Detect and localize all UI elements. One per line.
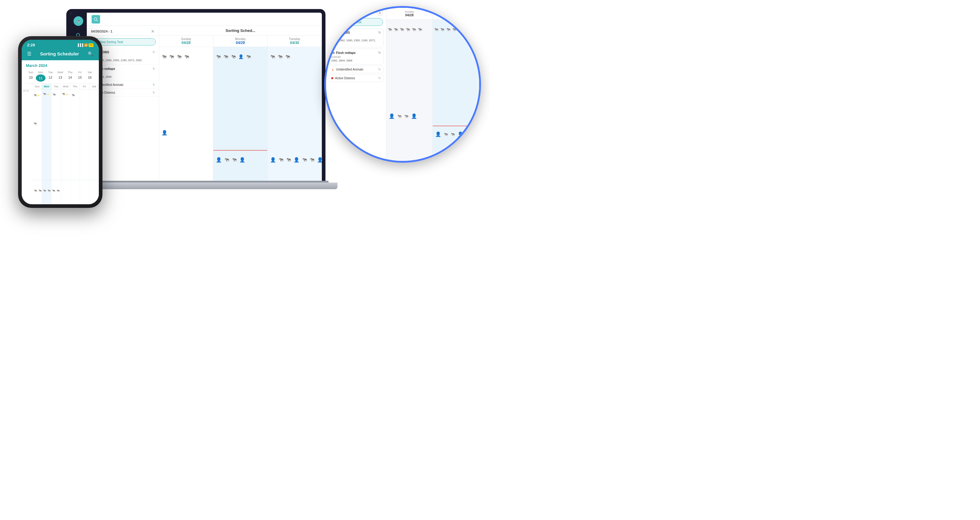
task-refresh-icon-3[interactable]: ↻ [153,91,155,95]
animals-row: 🐄 ▲ [33,93,41,97]
marker: ▲ [66,93,68,95]
phone-day-14[interactable]: 14 [65,75,75,82]
cow-icon-red: 🐄 [232,157,237,162]
marker: ▲ [37,94,40,97]
scheduler-day-sunday: Sunday 04/28 [159,35,213,47]
cow-icon-red: 🐄 [246,54,251,59]
laptop-screen: 🐄 [66,9,325,184]
cow-icon: 🐄 [285,54,290,59]
cow-icon-circle-red: 🐄 [412,27,416,32]
phone-sched-day-sun[interactable]: Sun [33,84,42,89]
phone-day-10[interactable]: 10 [26,75,36,82]
phone-sched-day-sat[interactable]: Sat [89,84,99,89]
cow-marker-red: 🐄 [43,189,46,192]
phone-day-13[interactable]: 13 [56,75,65,82]
cow-marker: 🐄 [47,189,51,192]
unidentified-icon: ▲ [331,68,334,71]
scheduler-header: Sorting Sched... [159,26,322,35]
phone-sched-day-fri[interactable]: Fri [80,84,89,89]
time-col-spacer [22,84,33,89]
sidebar-logo: 🐄 [73,16,83,26]
topbar-search-btn[interactable] [92,15,100,24]
task-name-unidentified: Unidentified Animals [96,83,150,86]
weekday-sun: Sun [26,70,36,75]
scheduler-col-tue: 🐄 🐄 🐄 👤 🐄 🐄 👤 🐄 [267,47,322,184]
cow-marker-red: 🐄 [33,122,37,125]
app-main: 04/30/2024 - 1 ✕ + New Sorting Task MAST… [87,13,322,184]
phone-sched-col-5: 🐄 [70,89,80,204]
phone-sched-day-tue[interactable]: Tue [51,84,61,89]
phone-sched-day-wed[interactable]: Wed [61,84,70,89]
phone-sched-col-3: 🐄 [51,89,61,204]
phone-sched-col-1: 🐄 ▲ 🐄 [33,89,42,204]
circle-close-btn[interactable]: ✕ [377,10,382,16]
circle-task-distress[interactable]: Active Distress ↻ [328,75,383,82]
person-icon: 👤 [389,113,395,119]
time-0000: 00:00 [23,89,31,92]
cow-icon-circle: 🐄 [446,27,450,32]
weekday-wed: Wed [56,70,65,75]
animals-row: 🐄 ▲ [42,92,51,96]
cow-marker: 🐄 [38,189,41,192]
cow-icon: 🐄 [224,157,229,162]
person-icon: 👤 [435,131,441,137]
circle-task-flesh[interactable]: 🐄 Flesh redtape ↻ Animals 2382, 2804, 28… [328,49,383,64]
circle-cal-sunday: Sunday 04/28 [387,8,433,19]
circle-refresh-0[interactable]: ↻ [378,31,381,35]
phone-day-11[interactable]: 11 [36,75,46,82]
teal-cow-icon: 🐄 [331,51,335,54]
circle-task-label-0: Animals [331,35,381,38]
circle-task-label-1: Animals [331,56,381,59]
cow-icon-red: 🐄 [278,54,283,59]
task-panel-close-btn[interactable]: ✕ [151,29,154,34]
cow-icon: 🐄 [169,54,174,59]
circle-task-mast-cows[interactable]: MAST COWS ↻ Animals 1163, 1962, 1060, 23… [328,28,383,47]
phone-sched-day-mon[interactable]: Mon [42,84,51,89]
circle-refresh-3[interactable]: ↻ [378,76,381,80]
distress-dot-circle [331,77,333,79]
weekday-mon: Mon [36,70,46,75]
cow-icon: 🐄 [184,54,189,59]
phone-time-labels: 00:00 12:00 [22,89,33,204]
svg-point-11 [94,17,97,20]
phone-day-12[interactable]: 12 [46,75,56,82]
cow-icon-circle: 🐄 [452,27,457,32]
phone-sched-day-thu[interactable]: Thu [70,84,80,89]
task-refresh-icon-2[interactable]: ↻ [153,83,155,87]
circle-refresh-1[interactable]: ↻ [378,51,381,55]
cow-icon: 🐄 [216,54,221,59]
task-name-distress: Active Distress [95,91,150,94]
phone-search-icon[interactable]: 🔍 [88,51,94,57]
task-date-label: 04/30/2024 - 1 [91,30,112,33]
phone-header: ☰ Sorting Scheduler 🔍 [22,49,99,60]
lower-animals-row: 🐄 🐄 🐄 🐄 🐄 🐄 [34,189,99,192]
phone-sched-col-4: 🐄 ▲ [61,89,70,204]
hamburger-menu-icon[interactable]: ☰ [27,51,31,57]
circle-cal-col-sun: 🐄 🐄 🐄 🐄 🐄 🐄 👤 🐄 🐄 👤 [387,19,433,156]
task-refresh-icon[interactable]: ↻ [153,50,155,54]
phone-sched-body: 00:00 12:00 🐄 ▲ 🐄 [22,89,99,204]
cow-icon-red: 🐄 [286,157,291,162]
cow-marker: 🐄 [56,189,60,192]
phone-day-15[interactable]: 15 [75,75,85,82]
circle-new-sort-btn[interactable]: + New Sorting Task [329,18,383,26]
animals-row: 🐄 ▲ [61,92,70,96]
cow-icon: 🐄 [270,54,275,59]
circle-task-unidentified[interactable]: ▲ Unidentified Animals ↻ [328,66,383,73]
circle-refresh-2[interactable]: ↻ [378,67,381,72]
cow-icon-circle: 🐄 [394,27,398,32]
weekday-fri: Fri [75,70,85,75]
laptop: 🐄 [66,9,337,244]
signal-icon: ▐▐▐ [77,43,83,47]
scheduler-day-tuesday: Tuesday 04/30 [267,35,322,47]
laptop-screen-inner: 🐄 [70,13,322,184]
circle-cal-col-mon: 🐄 🐄 🐄 🐄 👤 🐄 🐄 👤 [433,19,479,156]
phone-day-16[interactable]: 16 [85,75,95,82]
circle-close-row: ✕ [326,8,386,18]
circle-bottom-row-sun: 👤 🐄 🐄 👤 [387,112,433,120]
battery-icon: 77 [89,43,94,47]
circle-hline [433,126,479,126]
task-refresh-icon-1[interactable]: ↻ [153,67,155,71]
cow-icon-red: 🐄 [310,157,315,162]
cow-icon-circle-red: 🐄 [404,114,409,118]
